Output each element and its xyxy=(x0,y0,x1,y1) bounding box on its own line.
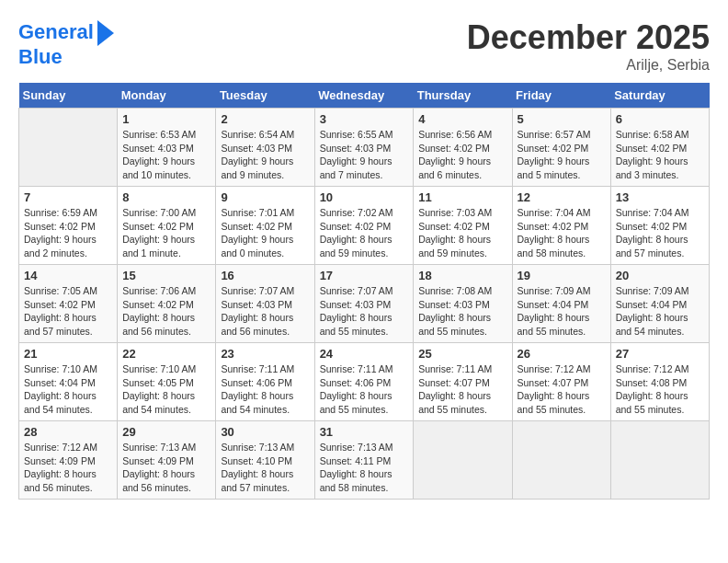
calendar-cell: 1 Sunrise: 6:53 AM Sunset: 4:03 PM Dayli… xyxy=(118,109,216,187)
day-info: Sunrise: 6:55 AM Sunset: 4:03 PM Dayligh… xyxy=(320,128,409,182)
calendar-cell: 5 Sunrise: 6:57 AM Sunset: 4:02 PM Dayli… xyxy=(512,109,610,187)
day-info: Sunrise: 7:05 AM Sunset: 4:02 PM Dayligh… xyxy=(24,284,112,339)
logo-text: General xyxy=(18,21,94,43)
calendar-cell: 24 Sunrise: 7:11 AM Sunset: 4:06 PM Dayl… xyxy=(314,343,414,421)
day-info: Sunrise: 7:12 AM Sunset: 4:08 PM Dayligh… xyxy=(616,362,704,417)
calendar-cell xyxy=(610,421,709,500)
calendar-cell: 21 Sunrise: 7:10 AM Sunset: 4:04 PM Dayl… xyxy=(19,343,118,421)
day-number: 1 xyxy=(122,112,210,126)
day-number: 21 xyxy=(24,347,112,361)
day-info: Sunrise: 7:04 AM Sunset: 4:02 PM Dayligh… xyxy=(518,206,606,260)
day-number: 2 xyxy=(221,112,309,126)
day-info: Sunrise: 7:08 AM Sunset: 4:03 PM Dayligh… xyxy=(418,284,506,339)
calendar-week-row: 14 Sunrise: 7:05 AM Sunset: 4:02 PM Dayl… xyxy=(19,265,710,343)
calendar-cell: 23 Sunrise: 7:11 AM Sunset: 4:06 PM Dayl… xyxy=(216,343,314,421)
calendar-cell: 22 Sunrise: 7:10 AM Sunset: 4:05 PM Dayl… xyxy=(118,343,216,421)
day-info: Sunrise: 7:11 AM Sunset: 4:06 PM Dayligh… xyxy=(320,362,409,417)
day-info: Sunrise: 7:07 AM Sunset: 4:03 PM Dayligh… xyxy=(320,284,409,339)
day-number: 8 xyxy=(122,190,210,204)
day-info: Sunrise: 7:10 AM Sunset: 4:05 PM Dayligh… xyxy=(122,362,210,417)
day-number: 5 xyxy=(518,112,606,126)
calendar-cell: 16 Sunrise: 7:07 AM Sunset: 4:03 PM Dayl… xyxy=(216,265,314,343)
day-info: Sunrise: 7:03 AM Sunset: 4:02 PM Dayligh… xyxy=(418,206,506,260)
day-info: Sunrise: 6:53 AM Sunset: 4:03 PM Dayligh… xyxy=(122,128,210,182)
calendar-cell: 4 Sunrise: 6:56 AM Sunset: 4:02 PM Dayli… xyxy=(414,109,512,187)
day-info: Sunrise: 7:13 AM Sunset: 4:09 PM Dayligh… xyxy=(122,441,210,495)
location-subtitle: Arilje, Serbia xyxy=(467,57,710,74)
calendar-table: SundayMondayTuesdayWednesdayThursdayFrid… xyxy=(18,83,710,500)
calendar-cell: 20 Sunrise: 7:09 AM Sunset: 4:04 PM Dayl… xyxy=(610,265,709,343)
day-number: 13 xyxy=(616,190,704,204)
calendar-cell: 15 Sunrise: 7:06 AM Sunset: 4:02 PM Dayl… xyxy=(118,265,216,343)
calendar-cell: 27 Sunrise: 7:12 AM Sunset: 4:08 PM Dayl… xyxy=(610,343,709,421)
weekday-header-row: SundayMondayTuesdayWednesdayThursdayFrid… xyxy=(19,83,710,109)
calendar-cell: 3 Sunrise: 6:55 AM Sunset: 4:03 PM Dayli… xyxy=(314,109,414,187)
day-info: Sunrise: 6:54 AM Sunset: 4:03 PM Dayligh… xyxy=(221,128,309,182)
calendar-cell: 7 Sunrise: 6:59 AM Sunset: 4:02 PM Dayli… xyxy=(19,187,118,265)
day-number: 15 xyxy=(122,269,210,282)
day-info: Sunrise: 7:13 AM Sunset: 4:11 PM Dayligh… xyxy=(320,441,409,495)
day-number: 18 xyxy=(418,269,506,282)
day-number: 4 xyxy=(418,112,506,126)
calendar-cell xyxy=(512,421,610,500)
day-number: 10 xyxy=(320,190,409,204)
day-number: 23 xyxy=(221,347,309,361)
day-info: Sunrise: 7:11 AM Sunset: 4:07 PM Dayligh… xyxy=(418,362,506,417)
calendar-cell xyxy=(414,421,512,500)
day-number: 16 xyxy=(221,269,309,282)
calendar-cell: 31 Sunrise: 7:13 AM Sunset: 4:11 PM Dayl… xyxy=(314,421,414,500)
calendar-cell: 2 Sunrise: 6:54 AM Sunset: 4:03 PM Dayli… xyxy=(216,109,314,187)
day-number: 29 xyxy=(122,425,210,439)
day-number: 19 xyxy=(518,269,606,282)
calendar-cell: 28 Sunrise: 7:12 AM Sunset: 4:09 PM Dayl… xyxy=(19,421,118,500)
day-info: Sunrise: 7:09 AM Sunset: 4:04 PM Dayligh… xyxy=(518,284,606,339)
day-info: Sunrise: 6:59 AM Sunset: 4:02 PM Dayligh… xyxy=(24,206,112,260)
calendar-cell: 8 Sunrise: 7:00 AM Sunset: 4:02 PM Dayli… xyxy=(118,187,216,265)
weekday-header-wednesday: Wednesday xyxy=(314,83,414,109)
weekday-header-tuesday: Tuesday xyxy=(216,83,314,109)
calendar-week-row: 1 Sunrise: 6:53 AM Sunset: 4:03 PM Dayli… xyxy=(19,109,710,187)
calendar-cell: 6 Sunrise: 6:58 AM Sunset: 4:02 PM Dayli… xyxy=(610,109,709,187)
day-number: 20 xyxy=(616,269,704,282)
day-info: Sunrise: 7:12 AM Sunset: 4:07 PM Dayligh… xyxy=(518,362,606,417)
day-info: Sunrise: 7:00 AM Sunset: 4:02 PM Dayligh… xyxy=(122,206,210,260)
calendar-week-row: 7 Sunrise: 6:59 AM Sunset: 4:02 PM Dayli… xyxy=(19,187,710,265)
day-number: 3 xyxy=(320,112,409,126)
day-number: 17 xyxy=(320,269,409,282)
calendar-cell xyxy=(19,109,118,187)
calendar-week-row: 28 Sunrise: 7:12 AM Sunset: 4:09 PM Dayl… xyxy=(19,421,710,500)
day-number: 25 xyxy=(418,347,506,361)
day-number: 7 xyxy=(24,190,112,204)
day-number: 24 xyxy=(320,347,409,361)
day-info: Sunrise: 7:07 AM Sunset: 4:03 PM Dayligh… xyxy=(221,284,309,339)
day-number: 6 xyxy=(616,112,704,126)
day-number: 14 xyxy=(24,269,112,282)
weekday-header-friday: Friday xyxy=(512,83,610,109)
day-number: 11 xyxy=(418,190,506,204)
logo-blue: Blue xyxy=(18,46,114,68)
day-number: 31 xyxy=(320,425,409,439)
calendar-cell: 25 Sunrise: 7:11 AM Sunset: 4:07 PM Dayl… xyxy=(414,343,512,421)
day-info: Sunrise: 7:12 AM Sunset: 4:09 PM Dayligh… xyxy=(24,441,112,495)
day-info: Sunrise: 7:10 AM Sunset: 4:04 PM Dayligh… xyxy=(24,362,112,417)
month-title: December 2025 xyxy=(467,18,710,57)
weekday-header-thursday: Thursday xyxy=(414,83,512,109)
day-info: Sunrise: 6:56 AM Sunset: 4:02 PM Dayligh… xyxy=(418,128,506,182)
day-info: Sunrise: 7:13 AM Sunset: 4:10 PM Dayligh… xyxy=(221,441,309,495)
calendar-cell: 14 Sunrise: 7:05 AM Sunset: 4:02 PM Dayl… xyxy=(19,265,118,343)
day-number: 22 xyxy=(122,347,210,361)
weekday-header-monday: Monday xyxy=(118,83,216,109)
calendar-cell: 18 Sunrise: 7:08 AM Sunset: 4:03 PM Dayl… xyxy=(414,265,512,343)
title-section: December 2025 Arilje, Serbia xyxy=(467,18,710,74)
day-info: Sunrise: 7:06 AM Sunset: 4:02 PM Dayligh… xyxy=(122,284,210,339)
day-number: 30 xyxy=(221,425,309,439)
day-info: Sunrise: 7:01 AM Sunset: 4:02 PM Dayligh… xyxy=(221,206,309,260)
calendar-cell: 12 Sunrise: 7:04 AM Sunset: 4:02 PM Dayl… xyxy=(512,187,610,265)
calendar-cell: 19 Sunrise: 7:09 AM Sunset: 4:04 PM Dayl… xyxy=(512,265,610,343)
calendar-cell: 9 Sunrise: 7:01 AM Sunset: 4:02 PM Dayli… xyxy=(216,187,314,265)
day-info: Sunrise: 7:11 AM Sunset: 4:06 PM Dayligh… xyxy=(221,362,309,417)
day-info: Sunrise: 6:57 AM Sunset: 4:02 PM Dayligh… xyxy=(518,128,606,182)
calendar-cell: 30 Sunrise: 7:13 AM Sunset: 4:10 PM Dayl… xyxy=(216,421,314,500)
calendar-cell: 26 Sunrise: 7:12 AM Sunset: 4:07 PM Dayl… xyxy=(512,343,610,421)
day-number: 27 xyxy=(616,347,704,361)
